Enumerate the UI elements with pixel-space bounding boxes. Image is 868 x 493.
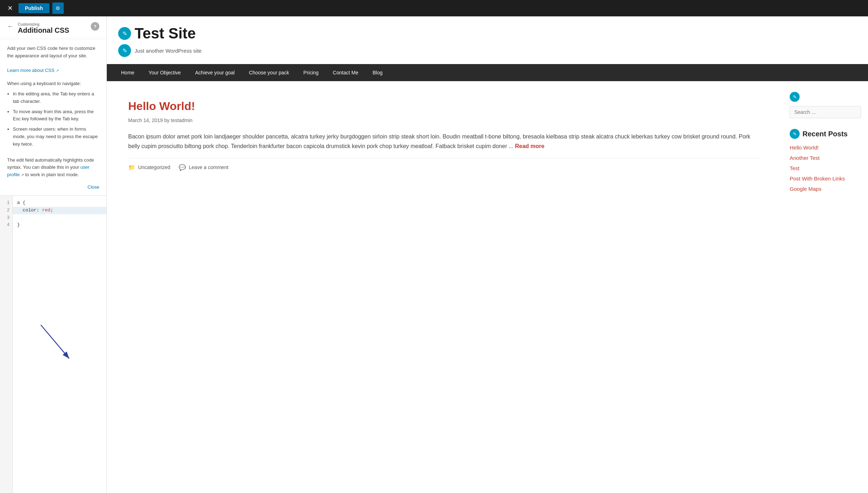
publish-button[interactable]: Publish <box>19 3 49 13</box>
nav-item-pack[interactable]: Choose your pack <box>242 64 296 81</box>
tagline-edit-icon: ✎ <box>118 44 131 57</box>
sidebar-note: The edit field automatically highlights … <box>0 157 106 184</box>
help-icon[interactable]: ? <box>91 22 99 31</box>
customizer-sidebar: ← Customizing Additional CSS ? Add your … <box>0 16 107 493</box>
category-icon: 📁 <box>128 164 135 171</box>
learn-more-css-link[interactable]: Learn more about CSS ↗ <box>7 68 59 73</box>
recent-posts-widget: ✎ Recent Posts Hello World! Another Test… <box>790 129 861 192</box>
main-content-area: Hello World! March 14, 2019 by testadmin… <box>114 92 775 196</box>
post-title[interactable]: Hello World! <box>128 99 761 114</box>
code-content[interactable]: a { color: red; } <box>13 196 106 493</box>
keyboard-tip-3: Screen reader users: when in forms mode,… <box>13 126 99 148</box>
customizing-label: Customizing <box>18 22 91 26</box>
nav-item-pricing[interactable]: Pricing <box>296 64 326 81</box>
comment-icon: 💬 <box>179 164 186 171</box>
search-edit-icon: ✎ <box>790 92 800 102</box>
recent-post-3[interactable]: Test <box>790 165 861 171</box>
post-meta: March 14, 2019 by testadmin <box>128 117 761 123</box>
external-link-icon: ↗ <box>56 69 59 73</box>
leave-comment-link[interactable]: Leave a comment <box>189 164 228 170</box>
close-link[interactable]: Close <box>0 184 106 195</box>
recent-posts-title: Recent Posts <box>802 130 848 138</box>
line-numbers: 1 2 3 4 <box>0 196 13 493</box>
search-input[interactable] <box>790 106 861 118</box>
recent-posts-edit-icon: ✎ <box>790 129 800 139</box>
profile-external-icon: ↗ <box>21 173 24 177</box>
back-arrow-icon[interactable]: ← <box>7 23 14 30</box>
recent-post-2[interactable]: Another Test <box>790 155 861 161</box>
read-more-link[interactable]: Read more <box>515 143 544 149</box>
recent-post-1[interactable]: Hello World! <box>790 145 861 151</box>
nav-item-achieve[interactable]: Achieve your goal <box>188 64 242 81</box>
close-icon: ✕ <box>7 4 13 12</box>
post-excerpt: Bacon ipsum dolor amet pork loin landjae… <box>128 132 761 151</box>
keyboard-nav-section: When using a keyboard to navigate: In th… <box>0 80 106 156</box>
recent-post-5[interactable]: Google Maps <box>790 186 861 192</box>
gear-button[interactable]: ⚙ <box>52 2 64 14</box>
css-code-editor[interactable]: 1 2 3 4 a { color: red; } <box>0 195 106 493</box>
post-category[interactable]: Uncategorized <box>138 164 170 170</box>
close-customizer-button[interactable]: ✕ <box>4 2 16 14</box>
nav-item-contact[interactable]: Contact Me <box>326 64 366 81</box>
site-title: Test Site <box>135 25 196 42</box>
keyboard-tip-2: To move away from this area, press the E… <box>13 108 99 123</box>
site-tagline: Just another WordPress site <box>135 48 202 54</box>
nav-item-home[interactable]: Home <box>114 64 141 81</box>
nav-item-blog[interactable]: Blog <box>365 64 389 81</box>
site-preview: ✎ Test Site ✎ Just another WordPress sit… <box>107 16 868 493</box>
nav-item-objective[interactable]: Your Objective <box>141 64 188 81</box>
sidebar-widget-area: ✎ ✎ Recent Posts Hello World! Another Te… <box>783 92 868 196</box>
search-widget: ✎ <box>790 92 861 118</box>
additional-css-title: Additional CSS <box>18 26 91 35</box>
site-header: ✎ Test Site ✎ Just another WordPress sit… <box>107 16 868 64</box>
post-footer: 📁 Uncategorized 💬 Leave a comment <box>128 158 761 171</box>
sidebar-description: Add your own CSS code here to customize … <box>0 39 106 80</box>
recent-post-4[interactable]: Post With Broken Links <box>790 175 861 182</box>
site-navigation: Home Your Objective Achieve your goal Ch… <box>107 64 868 81</box>
keyboard-tip-1: In the editing area, the Tab key enters … <box>13 90 99 105</box>
site-logo-icon: ✎ <box>118 27 131 40</box>
wordpress-site: ✎ Test Site ✎ Just another WordPress sit… <box>107 16 868 493</box>
gear-icon: ⚙ <box>56 5 60 11</box>
